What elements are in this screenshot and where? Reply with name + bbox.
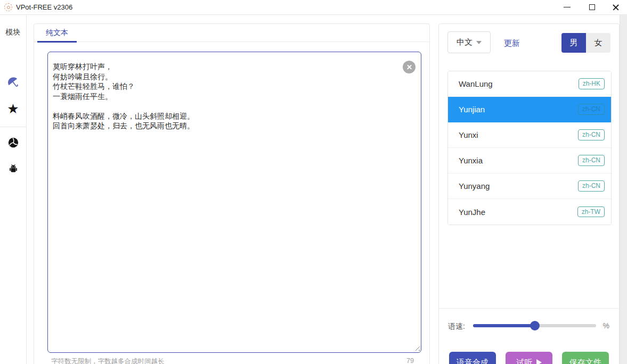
speed-slider[interactable] xyxy=(473,324,596,327)
app-logo-icon xyxy=(4,3,12,11)
voice-row-selected[interactable]: Yunjian zh-CN xyxy=(448,97,611,122)
gender-toggle-female[interactable]: 女 xyxy=(586,33,610,53)
synthesize-button[interactable]: 语音合成 xyxy=(449,352,496,364)
aperture-icon xyxy=(7,137,19,148)
voice-name: Yunyang xyxy=(459,181,490,191)
speed-slider-thumb[interactable] xyxy=(530,321,540,330)
char-limit-hint: 字符数无限制，字数越多合成时间越长 xyxy=(51,357,165,364)
locale-badge: zh-TW xyxy=(577,206,605,217)
action-row: 语音合成 试听 保存文件 xyxy=(439,352,619,364)
voice-name: Yunjian xyxy=(459,105,485,114)
voice-name: Yunxia xyxy=(459,156,483,165)
tab-bar: 纯文本 xyxy=(34,24,429,42)
sidebar-item-aperture[interactable] xyxy=(5,135,21,151)
language-select-value: 中文 xyxy=(457,37,473,47)
minimize-icon xyxy=(564,7,571,8)
editor-card: 纯文本 莫听穿林打叶声， 何妨吟啸且徐行。 竹杖芒鞋轻胜马，谁怕？ 一蓑烟雨任平… xyxy=(34,23,430,364)
text-area-wrap: 莫听穿林打叶声， 何妨吟啸且徐行。 竹杖芒鞋轻胜马，谁怕？ 一蓑烟雨任平生。 料… xyxy=(47,52,421,353)
preview-label: 试听 xyxy=(517,358,533,364)
sidebar-item-android[interactable] xyxy=(5,161,21,177)
tab-plain-text[interactable]: 纯文本 xyxy=(37,24,77,42)
speed-unit: % xyxy=(603,321,609,330)
panel-divider xyxy=(439,308,619,309)
sidebar-item-favorites[interactable]: ★ xyxy=(5,101,21,117)
status-row: 字符数无限制，字数越多合成时间越长 79 xyxy=(34,357,429,364)
locale-badge: zh-CN xyxy=(578,104,605,114)
locale-badge: zh-HK xyxy=(579,78,605,89)
voice-row[interactable]: YunJhe zh-TW xyxy=(448,199,611,225)
voice-list: WanLung zh-HK Yunjian zh-CN Yunxi zh-CN … xyxy=(447,71,612,225)
locale-badge: zh-CN xyxy=(578,180,605,191)
voice-panel: 中文 更新 男 女 WanLung zh-HK Yunjian zh-CN Yu… xyxy=(438,23,620,364)
minimize-button[interactable] xyxy=(558,0,575,14)
close-icon xyxy=(612,4,620,11)
gender-toggle-male[interactable]: 男 xyxy=(561,33,586,53)
char-count: 79 xyxy=(406,357,414,364)
window-title: VPot-FREE v2306 xyxy=(16,3,72,11)
gender-toggle: 男 女 xyxy=(561,33,610,53)
scrollbar[interactable] xyxy=(620,15,627,364)
sidebar-item-umbrella[interactable] xyxy=(5,75,21,90)
play-icon xyxy=(536,359,542,364)
close-button[interactable] xyxy=(607,0,624,14)
android-icon xyxy=(7,163,19,175)
voice-row[interactable]: WanLung zh-HK xyxy=(448,71,611,97)
close-icon xyxy=(403,61,416,73)
voice-name: YunJhe xyxy=(459,208,485,217)
voice-row[interactable]: Yunxi zh-CN xyxy=(448,122,611,148)
maximize-icon xyxy=(589,4,595,10)
sidebar-divider xyxy=(0,127,26,127)
text-input[interactable]: 莫听穿林打叶声， 何妨吟啸且徐行。 竹杖芒鞋轻胜马，谁怕？ 一蓑烟雨任平生。 料… xyxy=(47,52,421,353)
sidebar-title: 模块 xyxy=(0,28,26,37)
refresh-link[interactable]: 更新 xyxy=(504,38,520,48)
umbrella-icon xyxy=(3,73,22,92)
star-icon: ★ xyxy=(7,102,19,115)
module-sidebar: 模块 ★ xyxy=(0,15,27,364)
voice-name: Yunxi xyxy=(459,130,478,139)
save-file-button[interactable]: 保存文件 xyxy=(562,352,609,364)
titlebar[interactable]: VPot-FREE v2306 xyxy=(0,0,627,15)
maximize-button[interactable] xyxy=(583,0,600,14)
locale-badge: zh-CN xyxy=(578,129,605,140)
chevron-down-icon xyxy=(476,41,482,44)
synthesize-label: 语音合成 xyxy=(457,358,488,364)
locale-badge: zh-CN xyxy=(578,155,605,166)
preview-button[interactable]: 试听 xyxy=(506,352,552,364)
speed-label: 语速: xyxy=(448,322,465,332)
voice-row[interactable]: Yunxia zh-CN xyxy=(448,148,611,173)
save-file-label: 保存文件 xyxy=(569,358,601,364)
speed-slider-fill xyxy=(473,324,535,327)
language-select[interactable]: 中文 xyxy=(447,31,491,53)
voice-name: WanLung xyxy=(459,79,493,88)
clear-text-button[interactable] xyxy=(403,61,416,73)
voice-row[interactable]: Yunyang zh-CN xyxy=(448,173,611,199)
